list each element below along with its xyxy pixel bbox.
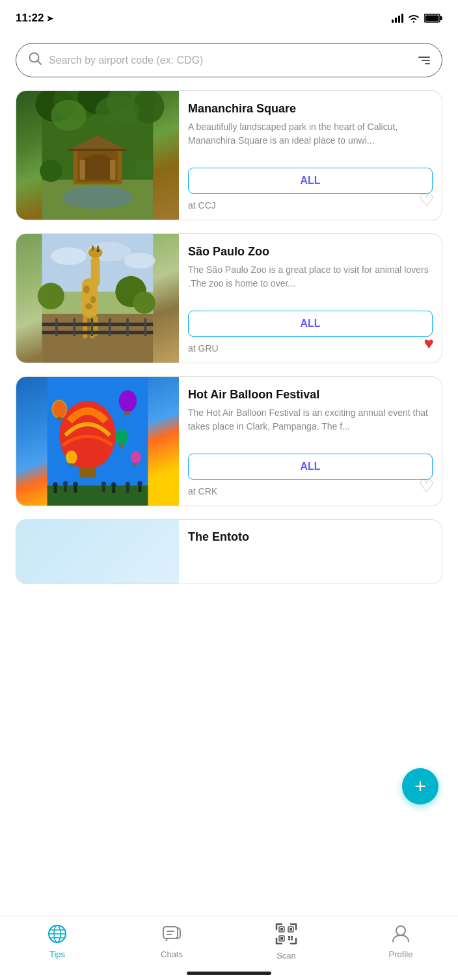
chats-label: Chats [161,949,183,959]
tips-label: Tips [49,949,65,959]
profile-label: Profile [389,949,413,959]
svg-point-73 [73,482,77,486]
svg-point-27 [38,283,64,309]
svg-rect-67 [133,463,137,465]
svg-rect-18 [110,160,115,180]
svg-rect-82 [138,486,141,492]
scan-icon [275,923,297,948]
card-content-balloon: Hot Air Balloon Festival The Hot Air Bal… [179,377,442,506]
svg-rect-48 [126,318,128,336]
cards-list: Mananchira Square A beautifully landscap… [0,84,458,591]
svg-point-12 [96,96,140,127]
card-title-zoo: São Paulo Zoo [188,244,433,259]
nav-item-profile[interactable]: Profile [375,924,427,959]
card-all-btn-mananchira[interactable]: ALL [188,168,433,194]
svg-point-38 [85,303,92,310]
card-airport-balloon: at CRK [188,486,433,496]
status-time: 11:22 [16,12,44,25]
card-all-btn-balloon[interactable]: ALL [188,454,433,480]
svg-line-4 [38,61,42,65]
svg-point-60 [119,390,137,411]
svg-rect-76 [102,486,105,492]
svg-point-29 [133,292,155,314]
svg-point-32 [88,247,103,257]
card-content-entoto: The Entoto [179,520,442,584]
card-entoto: The Entoto [16,519,442,584]
card-balloon: Hot Air Balloon Festival The Hot Air Bal… [16,376,442,506]
search-placeholder: Search by airport code (ex: CDG) [49,55,412,66]
svg-point-64 [66,450,77,464]
svg-point-37 [90,296,96,303]
svg-rect-68 [47,485,148,506]
signal-icon [392,14,403,23]
svg-rect-72 [64,486,67,492]
status-bar: 11:22 ➤ [0,0,458,32]
svg-rect-100 [291,936,293,938]
card-desc-mananchira: A beautifully landscaped park in the hea… [188,120,433,161]
svg-rect-94 [280,928,283,931]
svg-point-36 [83,285,90,293]
card-image-entoto [16,520,179,584]
svg-point-66 [131,451,141,464]
search-bar[interactable]: Search by airport code (ex: CDG) [16,43,442,77]
svg-point-101 [396,926,405,935]
svg-point-75 [101,482,106,486]
svg-point-20 [135,159,154,178]
svg-rect-63 [119,445,124,447]
card-content-zoo: São Paulo Zoo The São Paulo Zoo is a gre… [179,234,442,363]
card-title-mananchira: Mananchira Square [188,101,433,116]
battery-icon [424,14,442,23]
svg-rect-33 [92,246,94,251]
svg-point-25 [124,253,155,269]
svg-point-35 [97,250,100,252]
card-zoo: São Paulo Zoo The São Paulo Zoo is a gre… [16,233,442,363]
svg-rect-47 [109,318,111,336]
card-all-btn-zoo[interactable]: ALL [188,311,433,337]
svg-rect-88 [163,927,178,938]
nav-item-scan[interactable]: Scan [260,923,312,961]
svg-rect-49 [144,318,146,336]
svg-point-11 [51,100,87,131]
svg-rect-39 [83,316,87,338]
wifi-icon [407,14,420,23]
svg-point-71 [63,481,68,485]
svg-rect-17 [80,160,85,180]
svg-rect-96 [280,937,283,940]
profile-icon [391,924,411,947]
svg-rect-74 [74,487,77,493]
svg-point-14 [62,187,133,209]
svg-rect-78 [112,487,115,493]
svg-rect-59 [57,417,62,420]
heart-icon-zoo[interactable]: ♥ [424,333,434,354]
svg-rect-43 [42,331,154,334]
svg-rect-99 [288,938,290,940]
card-airport-zoo: at GRU [188,343,433,354]
heart-icon-balloon[interactable]: ♡ [419,476,434,496]
svg-rect-65 [69,463,73,466]
heart-icon-mananchira[interactable]: ♡ [419,190,434,211]
card-image-balloon [16,377,179,506]
svg-rect-2 [425,16,439,21]
svg-rect-52 [79,467,96,477]
svg-rect-46 [91,318,93,336]
scan-label: Scan [276,951,296,961]
nav-item-chats[interactable]: Chats [146,924,198,959]
card-title-entoto: The Entoto [188,530,433,544]
home-indicator [187,972,271,975]
nav-item-tips[interactable]: Tips [31,924,83,959]
chats-icon [162,924,182,947]
svg-rect-44 [55,318,57,336]
fab-add-button[interactable]: + [402,768,438,805]
card-desc-balloon: The Hot Air Balloon Festival is an excit… [188,406,433,447]
tips-icon [47,924,67,947]
svg-point-23 [51,247,87,264]
svg-point-19 [40,160,62,182]
bottom-navigation: Tips Chats [0,916,458,980]
filter-icon[interactable] [418,57,430,64]
card-mananchira: Mananchira Square A beautifully landscap… [16,90,442,220]
svg-rect-45 [73,318,75,336]
card-airport-mananchira: at CCJ [188,200,433,211]
svg-rect-42 [42,323,154,326]
svg-rect-98 [291,938,293,940]
svg-rect-95 [290,928,292,931]
